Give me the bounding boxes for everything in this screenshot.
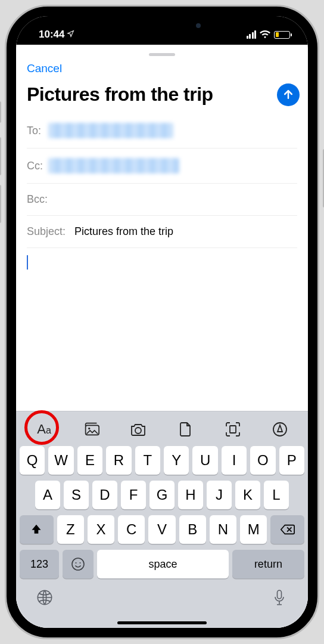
- format-toolbar: Aa: [16, 411, 308, 442]
- return-key[interactable]: return: [232, 550, 304, 578]
- cc-value-redacted: [48, 158, 179, 174]
- globe-key[interactable]: [33, 587, 57, 608]
- key-n[interactable]: N: [210, 515, 236, 544]
- compose-sheet: Cancel Pictures from the trip To:: [16, 48, 308, 628]
- device-frame: 10:44 Cancel: [0, 0, 324, 644]
- key-l[interactable]: L: [264, 481, 289, 509]
- to-value-redacted: [48, 123, 173, 138]
- key-m[interactable]: M: [240, 515, 267, 544]
- compose-title: Pictures from the trip: [27, 84, 273, 105]
- svg-point-6: [76, 562, 77, 564]
- svg-rect-3: [230, 426, 236, 433]
- scan-icon[interactable]: [217, 417, 249, 441]
- subject-field[interactable]: Subject: Pictures from the trip: [27, 216, 297, 248]
- key-b[interactable]: B: [179, 515, 206, 544]
- key-e[interactable]: E: [77, 446, 102, 475]
- key-h[interactable]: H: [178, 481, 203, 509]
- key-u[interactable]: U: [192, 446, 217, 475]
- bcc-field[interactable]: Bcc:: [27, 184, 297, 216]
- cc-label: Cc:: [27, 160, 43, 172]
- cc-field[interactable]: Cc:: [27, 148, 297, 184]
- key-a[interactable]: A: [35, 481, 60, 509]
- key-i[interactable]: I: [222, 446, 247, 475]
- home-indicator[interactable]: [117, 621, 207, 624]
- key-r[interactable]: R: [106, 446, 131, 475]
- key-v[interactable]: V: [148, 515, 175, 544]
- gallery-icon[interactable]: [75, 417, 107, 441]
- cancel-button[interactable]: Cancel: [27, 60, 62, 78]
- notch: [99, 16, 225, 35]
- subject-label: Subject:: [27, 225, 70, 238]
- to-label: To:: [27, 125, 43, 137]
- keyboard: QWERTYUIOP ASDFGHJKL ZXCVBNM 123 space r…: [16, 442, 308, 578]
- body-input[interactable]: [16, 248, 308, 411]
- dictation-key[interactable]: [267, 587, 291, 608]
- key-q[interactable]: Q: [20, 446, 45, 475]
- volume-down-button: [0, 185, 1, 223]
- volume-up-button: [0, 137, 1, 175]
- markup-icon[interactable]: [264, 417, 296, 441]
- svg-rect-9: [278, 590, 282, 599]
- screen: 10:44 Cancel: [16, 16, 308, 628]
- document-icon[interactable]: [170, 417, 202, 441]
- wifi-icon: [260, 30, 270, 40]
- key-k[interactable]: K: [235, 481, 260, 509]
- emoji-key[interactable]: [63, 550, 94, 578]
- svg-point-7: [80, 562, 81, 564]
- key-p[interactable]: P: [279, 446, 304, 475]
- subject-value: Pictures from the trip: [74, 225, 173, 238]
- key-d[interactable]: D: [92, 481, 117, 509]
- arrow-up-icon: [282, 88, 294, 102]
- key-y[interactable]: Y: [164, 446, 189, 475]
- cell-signal-icon: [247, 30, 257, 39]
- key-c[interactable]: C: [118, 515, 145, 544]
- key-j[interactable]: J: [207, 481, 232, 509]
- svg-point-2: [135, 428, 141, 434]
- space-key[interactable]: space: [97, 550, 228, 578]
- svg-point-1: [88, 428, 90, 429]
- status-time: 10:44: [39, 29, 64, 41]
- keyboard-area: Aa: [16, 411, 308, 628]
- key-z[interactable]: Z: [57, 515, 84, 544]
- text-cursor: [27, 255, 28, 270]
- bcc-label: Bcc:: [27, 193, 48, 206]
- backspace-key[interactable]: [270, 515, 304, 544]
- send-button[interactable]: [277, 83, 300, 106]
- key-w[interactable]: W: [48, 446, 73, 475]
- key-x[interactable]: X: [88, 515, 114, 544]
- key-f[interactable]: F: [121, 481, 146, 509]
- battery-icon: [274, 31, 290, 39]
- front-camera-dot: [196, 23, 201, 28]
- numbers-key[interactable]: 123: [20, 550, 59, 578]
- location-icon: [67, 30, 74, 39]
- key-o[interactable]: O: [250, 446, 275, 475]
- font-format-icon[interactable]: Aa: [28, 417, 60, 441]
- mute-switch: [0, 101, 1, 123]
- phone-bezel: 10:44 Cancel: [5, 5, 319, 639]
- to-field[interactable]: To:: [27, 113, 297, 148]
- svg-point-5: [72, 558, 84, 570]
- camera-icon[interactable]: [122, 417, 154, 441]
- shift-key[interactable]: [20, 515, 54, 544]
- key-t[interactable]: T: [135, 446, 160, 475]
- key-g[interactable]: G: [149, 481, 175, 509]
- recipient-fields: To: Cc: Bcc: Subject: Pictures from the …: [16, 113, 308, 248]
- keyboard-bottom-row: [16, 584, 308, 621]
- key-s[interactable]: S: [64, 481, 89, 509]
